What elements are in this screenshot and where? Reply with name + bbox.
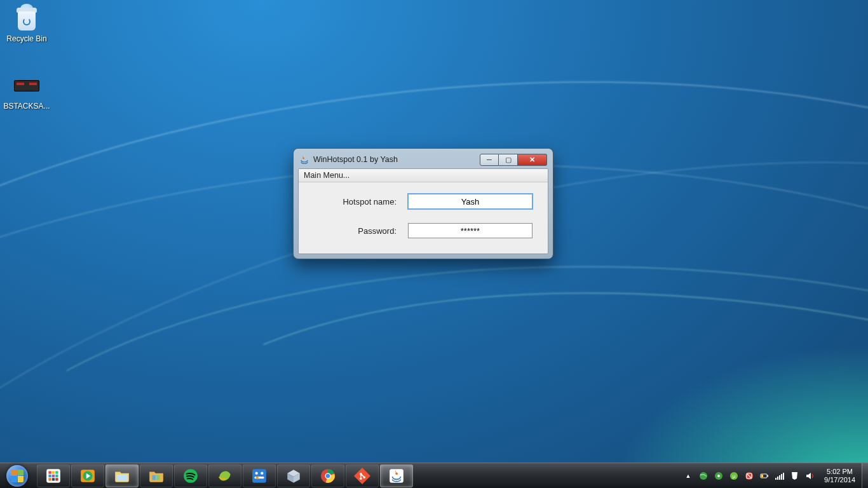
- bluestacks-icon: [217, 468, 233, 484]
- svg-rect-15: [156, 475, 159, 480]
- window-title: WinHotspot 0.1 by Yash: [313, 155, 398, 164]
- taskbar-media-player[interactable]: [71, 464, 104, 487]
- taskbar-chrome[interactable]: [311, 464, 344, 487]
- svg-rect-7: [48, 478, 51, 480]
- taskbar-spotify[interactable]: [174, 464, 207, 487]
- svg-rect-6: [55, 474, 58, 477]
- svg-rect-1: [48, 471, 51, 473]
- password-label: Password:: [314, 226, 397, 236]
- svg-rect-8: [52, 478, 55, 480]
- tray-signal-icon[interactable]: [775, 471, 785, 481]
- svg-rect-14: [153, 475, 156, 480]
- show-desktop-button[interactable]: [862, 463, 868, 488]
- tray-action-center-icon[interactable]: [790, 471, 800, 481]
- taskbar-pinned-apps[interactable]: [37, 464, 70, 487]
- grid-apps-icon: [45, 468, 62, 484]
- java-icon: [299, 154, 309, 165]
- svg-rect-17: [252, 469, 266, 483]
- tray-volume-icon[interactable]: [805, 471, 815, 481]
- tray-torrent-icon[interactable]: µ: [729, 471, 739, 481]
- java-icon: [388, 468, 405, 484]
- windows-logo-icon: [6, 465, 28, 487]
- svg-rect-13: [116, 474, 127, 480]
- clock-date: 9/17/2014: [824, 476, 855, 484]
- svg-point-21: [256, 476, 259, 478]
- spotify-icon: [182, 468, 199, 484]
- bstacks-icon: [11, 70, 42, 100]
- svg-marker-44: [806, 473, 811, 479]
- svg-point-18: [255, 471, 258, 474]
- hotspot-name-input[interactable]: [408, 194, 532, 209]
- tray-sound-icon[interactable]: [714, 471, 724, 481]
- git-icon: [354, 468, 370, 484]
- svg-rect-9: [55, 478, 58, 480]
- svg-rect-32: [390, 469, 403, 483]
- desktop-icon-label: BSTACKSA...: [3, 102, 51, 111]
- close-button[interactable]: ✕: [518, 154, 547, 166]
- svg-point-19: [261, 471, 263, 474]
- app-window: WinHotspot 0.1 by Yash ─ ▢ ✕ Main Menu..…: [294, 149, 553, 259]
- desktop-icon-bstacks[interactable]: BSTACKSA...: [3, 70, 51, 111]
- taskbar: ▲ µ 5:02 PM 9/17/2014: [0, 463, 868, 488]
- tray-globe-icon[interactable]: [698, 471, 709, 481]
- system-tray: ▲ µ 5:02 PM 9/17/2014: [677, 463, 862, 488]
- desktop-icon-recycle-bin[interactable]: Recycle Bin: [3, 3, 51, 43]
- media-player-icon: [79, 468, 96, 484]
- file-explorer-icon: [114, 468, 130, 484]
- svg-rect-3: [55, 471, 58, 473]
- recycle-bin-icon: [11, 3, 42, 33]
- taskbar-java-app[interactable]: [380, 464, 413, 487]
- clock[interactable]: 5:02 PM 9/17/2014: [820, 468, 859, 484]
- tray-battery-icon[interactable]: [759, 471, 770, 481]
- menubar: Main Menu...: [299, 169, 548, 182]
- cube-icon: [285, 468, 302, 484]
- taskbar-app-control[interactable]: [243, 464, 276, 487]
- tray-overflow-chevron-icon[interactable]: ▲: [683, 471, 693, 481]
- hotspot-name-label: Hotspot name:: [314, 197, 397, 207]
- tray-block-icon[interactable]: [744, 471, 754, 481]
- start-button[interactable]: [0, 463, 34, 488]
- taskbar-virtualbox[interactable]: [277, 464, 310, 487]
- svg-rect-5: [52, 474, 55, 477]
- svg-rect-2: [52, 471, 55, 473]
- titlebar[interactable]: WinHotspot 0.1 by Yash ─ ▢ ✕: [298, 153, 548, 168]
- password-input[interactable]: [408, 223, 532, 238]
- svg-rect-43: [761, 475, 763, 477]
- svg-rect-42: [768, 475, 769, 477]
- svg-point-35: [717, 475, 720, 477]
- taskbar-folder[interactable]: [140, 464, 173, 487]
- folder-icon: [148, 468, 165, 484]
- svg-rect-4: [48, 474, 51, 477]
- chrome-icon: [320, 468, 336, 484]
- main-menu-item[interactable]: Main Menu...: [304, 171, 349, 180]
- svg-point-27: [326, 473, 330, 478]
- taskbar-bluestacks[interactable]: [208, 464, 241, 487]
- desktop-icon-label: Recycle Bin: [3, 34, 51, 43]
- minimize-button[interactable]: ─: [480, 154, 499, 166]
- svg-text:µ: µ: [733, 473, 736, 479]
- taskbar-git[interactable]: [346, 464, 379, 487]
- maximize-button[interactable]: ▢: [499, 154, 518, 166]
- clock-time: 5:02 PM: [824, 468, 855, 476]
- taskbar-file-explorer[interactable]: [105, 464, 139, 487]
- control-panel-icon: [251, 468, 268, 484]
